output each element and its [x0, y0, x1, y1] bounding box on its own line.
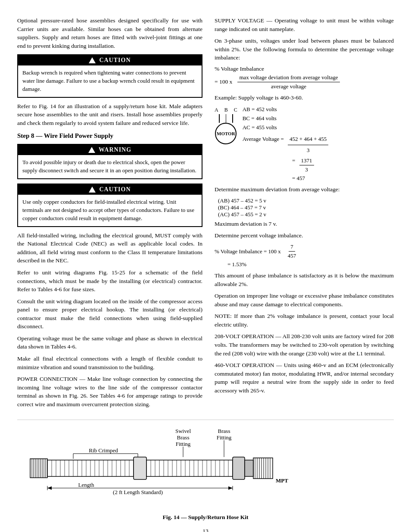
svg-text:Length: Length: [78, 482, 94, 488]
left-column: Optional pressure-rated hose assemblies …: [17, 16, 202, 412]
percent-label: % Voltage Imbalance: [215, 65, 394, 72]
formula-line: = 100 x max voltage deviation from avera…: [215, 74, 394, 90]
caution-body-1: Backup wrench is required when tightenin…: [18, 65, 202, 97]
hose-diagram-svg: MPT Rib Crimped Swivel Brass Fitting Bra…: [17, 424, 394, 510]
para7: Make all final electrical connections wi…: [17, 355, 202, 371]
page: Optional pressure-rated hose assemblies …: [0, 9, 411, 532]
svg-text:Rib Crimped: Rib Crimped: [89, 447, 118, 454]
eq1-line: = 1371 3: [292, 157, 394, 173]
svg-text:(2 ft  Length Standard): (2 ft Length Standard): [113, 489, 163, 495]
motor-diagram: A B C MOTOR: [215, 107, 237, 144]
satisfactory-para: This amount of phase imbalance is satisf…: [215, 271, 394, 288]
caution-header-1: CAUTION: [18, 55, 202, 65]
warning-box: WARNING To avoid possible injury or deat…: [17, 144, 202, 179]
warning-header: WARNING: [18, 145, 202, 155]
volt460-para: 460-VOLT OPERATION — Units using 460-v a…: [215, 361, 394, 395]
motor-line-c: [232, 114, 233, 123]
motor-line-b: [226, 114, 227, 123]
operation-para: Operation on improper line voltage or ex…: [215, 292, 394, 308]
caution-box-2: CAUTION Use only copper conductors for f…: [17, 184, 202, 227]
caution-box-1: CAUTION Backup wrench is required when t…: [17, 54, 202, 98]
svg-text:Fitting: Fitting: [176, 441, 191, 447]
svg-rect-52: [233, 457, 245, 479]
intro-paragraph: Optional pressure-rated hose assemblies …: [17, 16, 202, 50]
label-a: A: [215, 107, 218, 113]
avg-prefix: Average Voltage =: [243, 136, 284, 142]
avg-fraction: 452 + 464 + 455 3: [288, 135, 328, 155]
page-number: 13: [17, 528, 394, 532]
caution-triangle-icon-1: [89, 57, 96, 63]
example-label: Example: Supply voltage is 460-3-60.: [215, 93, 394, 102]
label-c: C: [234, 107, 237, 113]
svg-text:Swivel: Swivel: [175, 428, 191, 434]
pi-numerator: 7: [289, 243, 295, 252]
para5: Consult the unit wiring diagram located …: [17, 297, 202, 331]
caution-body-2: Use only copper conductors for field-ins…: [18, 195, 202, 226]
bc-value: BC = 464 volts: [243, 114, 331, 123]
ac-value: AC = 455 volts: [243, 123, 331, 132]
figure-caption: Fig. 14 — Supply/Return Hose Kit: [17, 514, 394, 521]
abc-labels: A B C: [215, 107, 237, 113]
supply-voltage-para1: SUPPLY VOLTAGE — Operating voltage to un…: [215, 16, 394, 33]
para8: POWER CONNECTION — Make line voltage con…: [17, 375, 202, 408]
avg-denominator: 3: [305, 145, 311, 155]
dev-ab: (AB) 457 – 452 = 5 v: [218, 197, 394, 204]
caution-header-2: CAUTION: [18, 184, 202, 195]
formula-denominator: average voltage: [269, 82, 308, 90]
eq1-prefix: =: [292, 157, 295, 164]
warning-triangle-icon: [88, 147, 95, 153]
determine-percent: Determine percent voltage imbalance.: [215, 231, 394, 240]
eq1-fraction: 1371 3: [299, 157, 314, 173]
svg-rect-53: [245, 460, 253, 476]
svg-text:MPT: MPT: [276, 477, 288, 484]
step8-heading: Step 8 — Wire Field Power Supply: [17, 132, 202, 140]
svg-text:Brass: Brass: [177, 434, 190, 441]
note-text: NOTE: If more than 2% voltage imbalance …: [215, 312, 394, 329]
right-column: SUPPLY VOLTAGE — Operating voltage to un…: [215, 16, 394, 412]
pi-denominator: 457: [286, 252, 298, 259]
voltage-example-block: A B C MOTOR AB = 452 volts BC = 464 volt…: [215, 105, 394, 155]
eq2-line: = 457: [292, 175, 394, 182]
ab-value: AB = 452 volts: [243, 105, 331, 114]
warning-body: To avoid possible injury or death due to…: [18, 155, 202, 178]
pi-result: = 1.53%: [227, 261, 394, 268]
max-dev: Maximum deviation is 7 v.: [215, 220, 394, 228]
motor-line-a: [219, 114, 220, 123]
supply-voltage-para2: On 3-phase units, voltages under load be…: [215, 37, 394, 62]
svg-marker-78: [47, 486, 52, 490]
eq1-numerator: 1371: [299, 157, 314, 165]
percent-imbalance-block: % Voltage Imbalance = 100 x 7 457 = 1.53…: [215, 243, 394, 268]
caution-label-1: CAUTION: [99, 57, 131, 64]
svg-text:Brass: Brass: [218, 428, 230, 434]
motor-circle: MOTOR: [215, 123, 237, 144]
voltage-imbalance-formula: % Voltage Imbalance = 100 x max voltage …: [215, 65, 394, 90]
pi-label: % Voltage Imbalance = 100 x: [215, 248, 281, 255]
para2: Refer to Fig. 14 for an illustration of …: [17, 102, 202, 128]
voltage-values: AB = 452 volts BC = 464 volts AC = 455 v…: [243, 105, 331, 155]
dev-bc: (BC) 464 – 457 = 7 v: [218, 204, 394, 211]
svg-marker-79: [228, 486, 233, 490]
avg-formula-line: Average Voltage = 452 + 464 + 455 3: [243, 135, 331, 155]
avg-numerator: 452 + 464 + 455: [288, 135, 328, 145]
main-fraction: max voltage deviation from average volta…: [237, 74, 339, 90]
caution-triangle-icon-2: [89, 187, 96, 193]
warning-label: WARNING: [99, 146, 131, 153]
svg-rect-31: [134, 457, 146, 479]
caution-label-2: CAUTION: [99, 186, 131, 193]
determine-label: Determine maximum deviation from average…: [215, 185, 394, 194]
volt208-para: 208-VOLT OPERATION — All 208-230 volt un…: [215, 332, 394, 358]
label-b: B: [224, 107, 228, 113]
formula-numerator: max voltage deviation from average volta…: [237, 74, 339, 82]
svg-rect-54: [253, 458, 273, 479]
main-content: Optional pressure-rated hose assemblies …: [17, 16, 394, 412]
pi-fraction: 7 457: [286, 243, 298, 259]
para4: Refer to unit wiring diagrams Fig. 15-25…: [17, 268, 202, 294]
eq1-denominator: 3: [303, 165, 310, 173]
figure-area: MPT Rib Crimped Swivel Brass Fitting Bra…: [17, 420, 394, 521]
percent-imbalance-line: % Voltage Imbalance = 100 x 7 457: [215, 243, 394, 259]
para3: All field-installed wiring, including th…: [17, 231, 202, 265]
formula-prefix: = 100 x: [215, 78, 232, 85]
motor-lines: [219, 114, 233, 123]
svg-text:Fitting: Fitting: [217, 434, 232, 441]
dev-ac: (AC) 457 – 455 = 2 v: [218, 211, 394, 218]
